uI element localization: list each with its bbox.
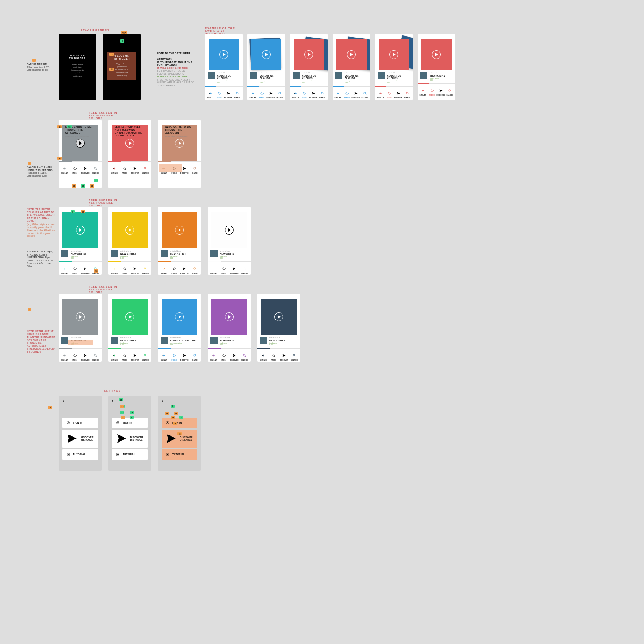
nav-similar[interactable]: SIMILAR [159,264,169,274]
nav-search[interactable]: SEARCH [90,164,101,174]
play-button[interactable] [304,50,313,59]
nav-fresh[interactable]: FRESH [219,351,229,361]
nav-similar[interactable]: SIMILAR [418,86,427,96]
cover[interactable] [379,39,409,70]
cover[interactable] [112,299,148,335]
nav-search[interactable]: SEARCH [403,89,412,99]
cover[interactable] [209,39,239,70]
nav-fresh[interactable]: FRESH [169,264,179,274]
back-button[interactable]: ‹ [158,396,201,406]
nav-fresh[interactable]: FRESH [70,351,80,361]
play-button[interactable] [347,50,356,59]
cover[interactable] [211,299,247,335]
nav-discover[interactable]: DISCOVER [179,351,190,361]
nav-search[interactable]: SEARCH [289,351,299,361]
nav-search[interactable]: SEARCH [360,89,369,99]
nav-search[interactable]: SEARCH [190,264,200,274]
nav-discover[interactable]: DISCOVER [80,264,90,274]
nav-discover[interactable]: DISCOVER [266,89,275,99]
settings-tutorial[interactable]: TUTORIAL [162,449,197,460]
nav-search[interactable]: SEARCH [190,164,200,174]
nav-similar[interactable]: SIMILAR [248,89,257,99]
play-button[interactable] [274,312,283,321]
nav-fresh[interactable]: FRESH [70,264,80,274]
settings-tutorial[interactable]: TUTORIAL [62,449,98,460]
nav-similar[interactable]: SIMILAR [109,351,119,361]
play-button[interactable] [125,312,134,321]
nav-fresh[interactable]: FRESH [300,89,309,99]
play-button[interactable] [76,312,85,321]
nav-similar[interactable]: SIMILAR [159,351,169,361]
nav-similar[interactable]: SIMILAR [109,164,119,174]
nav-discover[interactable]: DISCOVER [279,351,289,361]
cover[interactable] [62,212,98,248]
nav-similar[interactable]: SIMILAR [376,89,385,99]
nav-fresh[interactable]: FRESH [70,164,80,174]
cover[interactable] [62,299,98,335]
nav-discover[interactable]: DISCOVER [80,351,90,361]
nav-search[interactable]: SEARCH [275,89,284,99]
nav-similar[interactable]: SIMILAR [209,351,219,361]
nav-discover[interactable]: DISCOVER [179,264,190,274]
nav-similar[interactable]: SIMILAR [291,89,300,99]
cover[interactable] [294,39,324,70]
nav-fresh[interactable]: FRESH [215,89,224,99]
nav-search[interactable]: SEARCH [239,351,250,361]
nav-fresh[interactable]: FRESH [269,351,279,361]
nav-discover[interactable]: DISCOVER [436,86,445,96]
play-button[interactable] [219,50,228,59]
nav-discover[interactable]: DISCOVER [130,164,140,174]
play-button[interactable] [432,50,441,59]
back-button[interactable]: ‹ [59,396,102,406]
nav-search[interactable]: SEARCH [233,89,242,99]
nav-fresh[interactable]: FRESH [119,351,130,361]
nav-similar[interactable]: SIMILAR [333,89,342,99]
play-button[interactable] [175,226,184,235]
nav-fresh[interactable]: FRESH [119,164,130,174]
nav-discover[interactable]: DISCOVER [130,264,140,274]
cover[interactable] [336,39,367,70]
settings-sign in[interactable]: SIGN IN [112,418,148,428]
nav-fresh[interactable]: FRESH [385,89,394,99]
nav-discover[interactable]: DISCOVER [229,351,239,361]
nav-search[interactable]: SEARCH [445,86,454,96]
play-button[interactable] [389,50,398,59]
cover[interactable] [211,212,247,248]
nav-fresh[interactable]: FRESH [257,89,266,99]
nav-similar[interactable]: SIMILAR [206,89,215,99]
settings-tutorial[interactable]: TUTORIAL [112,449,148,460]
play-button[interactable] [262,50,271,59]
nav-discover[interactable]: DISCOVER [130,351,140,361]
nav-search[interactable]: SEARCH [239,264,250,274]
cover[interactable] [162,212,197,248]
nav-discover[interactable]: DISCOVER [394,89,403,99]
nav-search[interactable]: SEARCH [318,89,327,99]
cover[interactable] [251,39,281,70]
nav-search[interactable]: SEARCH [190,351,200,361]
nav-similar[interactable]: SIMILAR [60,164,70,174]
settings-sign in[interactable]: SIGN IN [62,418,98,428]
nav-fresh[interactable]: FRESH [342,89,351,99]
nav-discover[interactable]: DISCOVER [229,264,239,274]
cover[interactable] [261,299,297,335]
settings-discover distance[interactable]: DISCOVER DISTANCE [112,430,148,448]
nav-search[interactable]: SEARCH [90,351,101,361]
nav-search[interactable]: SEARCH [140,351,150,361]
nav-discover[interactable]: DISCOVER [224,89,233,99]
nav-fresh[interactable]: FRESH [169,351,179,361]
nav-similar[interactable]: SIMILAR [209,264,219,274]
settings-discover distance[interactable]: DISCOVER DISTANCE [62,430,98,448]
nav-fresh[interactable]: FRESH [119,264,130,274]
cover[interactable] [112,212,148,248]
cover[interactable] [421,39,452,70]
nav-discover[interactable]: DISCOVER [80,164,90,174]
play-button[interactable] [125,139,134,148]
nav-fresh[interactable]: FRESH [427,86,436,96]
play-button[interactable] [175,312,184,321]
cover[interactable] [162,299,197,335]
nav-discover[interactable]: DISCOVER [309,89,318,99]
nav-similar[interactable]: SIMILAR [109,264,119,274]
settings-sign in[interactable]: SIGN IN [162,418,197,428]
nav-discover[interactable]: DISCOVER [351,89,360,99]
play-button[interactable] [225,226,234,235]
